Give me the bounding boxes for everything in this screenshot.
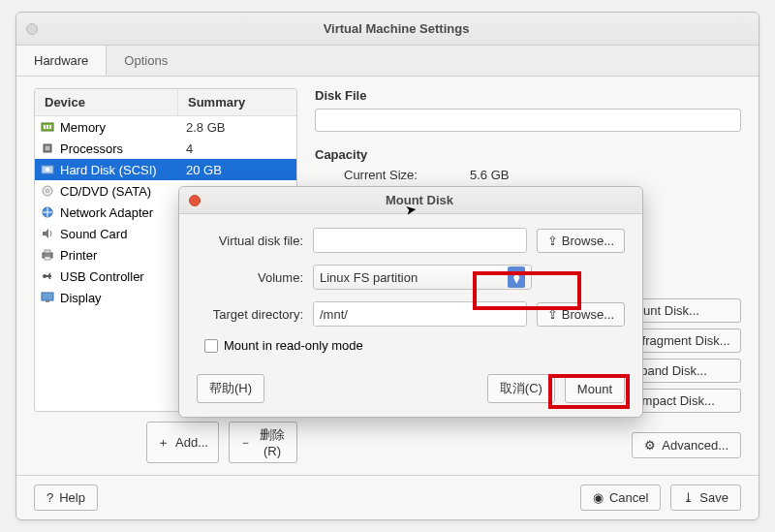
current-size-value: 5.6 GB	[470, 168, 509, 182]
col-summary[interactable]: Summary	[178, 89, 296, 115]
readonly-label: Mount in read-only mode	[224, 338, 363, 353]
display-icon	[41, 292, 54, 303]
volume-label: Volume:	[197, 270, 303, 285]
volume-select[interactable]: Linux FS partition ▴▾	[313, 265, 532, 290]
capacity-row: Current Size: 5.6 GB	[315, 168, 741, 182]
disk-file-section-label: Disk File	[315, 88, 741, 103]
device-name: Sound Card	[60, 227, 127, 241]
add-device-button[interactable]: ＋Add...	[146, 422, 219, 463]
help-button[interactable]: ?Help	[34, 485, 98, 511]
plus-icon: ＋	[157, 434, 170, 452]
sound-icon	[41, 228, 54, 239]
svg-rect-13	[45, 257, 50, 260]
device-name: Memory	[60, 120, 106, 135]
tab-hardware[interactable]: Hardware	[16, 46, 107, 76]
device-row-hard-disk-scsi-[interactable]: Hard Disk (SCSI)20 GB	[35, 159, 296, 180]
device-summary: 20 GB	[178, 163, 296, 177]
chevron-updown-icon: ▴▾	[508, 266, 525, 288]
save-icon: ⤓	[683, 490, 694, 505]
printer-icon	[41, 249, 54, 261]
minus-icon: －	[239, 434, 252, 452]
svg-rect-5	[46, 146, 49, 150]
device-row-processors[interactable]: Processors4	[35, 138, 296, 159]
main-titlebar: Virtual Machine Settings	[16, 13, 759, 46]
cd-icon	[41, 185, 54, 197]
usb-icon	[41, 270, 54, 282]
svg-rect-15	[42, 293, 53, 300]
cancel-label: Cancel	[609, 490, 648, 505]
tab-options[interactable]: Options	[107, 46, 185, 76]
mount-disk-dialog: Mount Disk Virtual disk file: ⇪Browse...…	[178, 186, 643, 418]
device-summary: 4	[178, 141, 296, 156]
cpu-icon	[41, 142, 54, 154]
disk-icon	[41, 164, 54, 175]
help-icon: ?	[46, 490, 53, 505]
readonly-checkbox[interactable]	[204, 339, 218, 353]
vdisk-label: Virtual disk file:	[197, 234, 303, 248]
tab-bar: Hardware Options	[16, 46, 759, 77]
svg-rect-2	[46, 125, 48, 129]
browse-label-2: Browse...	[562, 307, 614, 322]
device-table-header: Device Summary	[35, 89, 296, 116]
current-size-label: Current Size:	[344, 168, 450, 182]
modal-footer: 帮助(H) 取消(C) Mount	[179, 364, 642, 417]
device-name: CD/DVD (SATA)	[60, 184, 151, 199]
target-label: Target directory:	[197, 307, 303, 322]
target-input[interactable]	[313, 301, 527, 327]
disk-file-input[interactable]	[315, 109, 741, 132]
save-button[interactable]: ⤓Save	[670, 485, 741, 511]
vdisk-row: Virtual disk file: ⇪Browse...	[197, 228, 625, 253]
advanced-row: ⚙Advanced...	[315, 432, 741, 458]
target-row: Target directory: ⇪Browse...	[197, 301, 625, 327]
window-title: Virtual Machine Settings	[44, 21, 749, 36]
svg-rect-3	[49, 125, 51, 129]
svg-rect-16	[46, 300, 49, 302]
device-name: Network Adapter	[60, 205, 153, 220]
advanced-button[interactable]: ⚙Advanced...	[632, 432, 741, 458]
vdisk-browse-button[interactable]: ⇪Browse...	[537, 229, 625, 253]
device-name: Display	[60, 291, 102, 305]
device-name: Processors	[60, 141, 123, 156]
svg-rect-1	[44, 125, 46, 129]
close-icon[interactable]	[189, 195, 201, 206]
bottom-bar: ?Help ◉Cancel ⤓Save	[16, 475, 759, 519]
modal-body: Virtual disk file: ⇪Browse... Volume: Li…	[179, 214, 642, 364]
remove-label: 删除(R)	[258, 426, 287, 458]
window-control-dot[interactable]	[26, 23, 38, 35]
svg-point-7	[46, 168, 49, 172]
save-label: Save	[699, 490, 728, 505]
help-label: Help	[59, 490, 85, 505]
svg-rect-12	[45, 250, 50, 253]
volume-row: Volume: Linux FS partition ▴▾	[197, 265, 625, 290]
remove-device-button[interactable]: －删除(R)	[229, 422, 297, 463]
readonly-row: Mount in read-only mode	[197, 338, 625, 353]
volume-value: Linux FS partition	[320, 270, 418, 285]
svg-point-9	[46, 190, 49, 193]
device-buttons: ＋Add... －删除(R)	[146, 422, 297, 463]
device-row-memory[interactable]: Memory2.8 GB	[35, 116, 296, 138]
modal-titlebar: Mount Disk	[179, 187, 642, 214]
device-name: Printer	[60, 248, 97, 263]
modal-help-button[interactable]: 帮助(H)	[197, 374, 264, 403]
capacity-section-label: Capacity	[315, 147, 741, 162]
cancel-icon: ◉	[593, 490, 604, 505]
device-summary: 2.8 GB	[178, 120, 296, 135]
modal-mount-button[interactable]: Mount	[565, 374, 625, 403]
col-device[interactable]: Device	[35, 89, 178, 115]
modal-title: Mount Disk	[206, 193, 633, 207]
upload-icon: ⇪	[547, 307, 558, 322]
network-icon	[41, 206, 54, 218]
device-name: USB Controller	[60, 269, 144, 284]
target-browse-button[interactable]: ⇪Browse...	[537, 302, 625, 327]
gear-icon: ⚙	[644, 438, 656, 453]
add-label: Add...	[175, 435, 208, 450]
vdisk-input[interactable]	[313, 228, 527, 253]
browse-label-1: Browse...	[562, 234, 614, 248]
memory-icon	[41, 121, 54, 133]
device-name: Hard Disk (SCSI)	[60, 163, 157, 177]
upload-icon: ⇪	[547, 234, 558, 248]
advanced-label: Advanced...	[662, 438, 728, 453]
modal-cancel-button[interactable]: 取消(C)	[487, 374, 555, 403]
cancel-button[interactable]: ◉Cancel	[580, 485, 661, 511]
